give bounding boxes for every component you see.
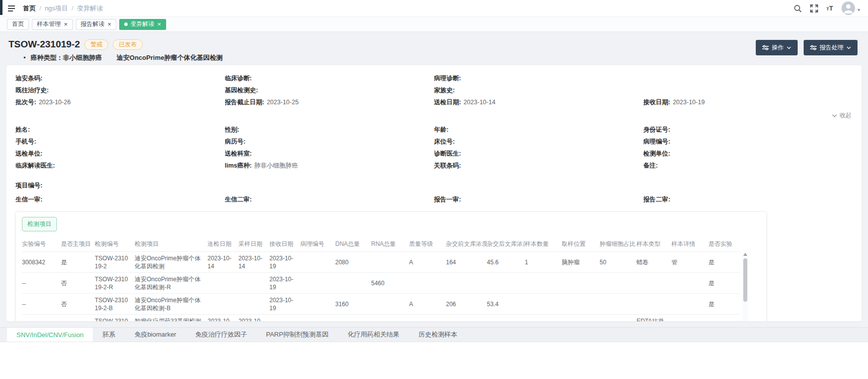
cancer-type-line: 癌种类型：非小细胞肺癌 迪安OncoPrime肿瘤个体化基因检测 — [23, 53, 860, 62]
table-cell: A — [409, 298, 446, 310]
fullscreen-icon[interactable] — [810, 4, 818, 12]
test-items-card: 检测项目 实验编号是否主项目检测编号检测项目送检日期采样日期接收日期病理编号DN… — [15, 211, 767, 321]
info-field: 备注: — [644, 160, 853, 172]
sidebar-edge — [0, 0, 2, 15]
close-icon[interactable]: × — [108, 21, 112, 27]
result-tab-2[interactable]: 免疫biomarker — [125, 328, 186, 342]
tab-chip-1[interactable]: 样本管理× — [32, 19, 73, 30]
table-cell: 2080 — [335, 256, 371, 268]
table-cell: 2 — [525, 319, 562, 322]
table-cell: EDTA抗凝全血 — [637, 315, 671, 322]
table-cell — [300, 260, 335, 264]
field-label: 性别: — [225, 126, 239, 133]
table-row[interactable]: --否TSOW-231019-2-R迪安OncoPrime肿瘤个体化基因检测-R… — [22, 272, 740, 293]
table-row[interactable]: 3008342是TSOW-231019-2迪安OncoPrime肿瘤个体化基因检… — [22, 251, 740, 272]
field-label: 送检科室: — [225, 150, 252, 157]
field-value: 2023-10-25 — [267, 99, 299, 106]
table-cell — [671, 281, 708, 285]
table-row[interactable]: 3008130否TSOW-231019-2-W肿瘤化疗用药33基因检测(不单做)… — [22, 314, 740, 321]
table-cell: 50 — [600, 256, 637, 268]
info-field-empty — [225, 180, 434, 191]
breadcrumb-separator: / — [39, 4, 41, 12]
column-header: 实验编号 — [22, 240, 61, 248]
collapse-toggle[interactable]: 收起 — [832, 111, 852, 120]
table-row[interactable]: --否TSOW-231019-2-B迪安OncoPrime肿瘤个体化基因检测-B… — [22, 293, 740, 314]
vertical-scrollbar[interactable] — [742, 251, 748, 321]
field-label: 病理编号: — [644, 138, 670, 145]
info-field: 送检单位: — [15, 148, 225, 160]
table-cell: 2023-10-19 — [269, 294, 300, 314]
field-label: 家族史: — [434, 87, 455, 94]
table-cell: 3160 — [335, 298, 371, 310]
table-cell: 迪安OncoPrime肿瘤个体化基因检测-R — [135, 273, 208, 293]
breadcrumb-ngs[interactable]: ngs项目 — [45, 4, 68, 13]
table-cell: 是 — [61, 256, 95, 268]
info-field: 检测单位: — [644, 148, 853, 160]
info-field: 临床解读医生: — [15, 160, 225, 172]
project-name-text: 迪安OncoPrime肿瘤个体化基因检测 — [117, 54, 222, 61]
table-cell — [637, 281, 671, 285]
operate-button-label: 操作 — [772, 43, 784, 52]
vertical-scroll-thumb[interactable] — [743, 258, 747, 302]
table-cell: 164 — [446, 256, 487, 268]
field-label: 临床诊断: — [225, 75, 252, 82]
result-tab-5[interactable]: 化疗用药相关结果 — [338, 328, 409, 342]
tab-chip-3[interactable]: 变异解读× — [119, 19, 166, 30]
info-field: 性别: — [225, 124, 434, 136]
header-actions: 操作 报告处理 — [756, 40, 858, 55]
info-field: 送检科室: — [225, 148, 434, 160]
field-label: 报告一审: — [434, 196, 461, 203]
table-cell: 蜡卷 — [637, 256, 671, 268]
table-cell — [208, 302, 238, 306]
report-process-button[interactable]: 报告处理 — [804, 40, 858, 55]
table-cell: 45.6 — [487, 256, 525, 268]
scroll-up-arrow-icon[interactable] — [743, 253, 747, 256]
info-field: 报告二审: — [644, 193, 853, 205]
info-field: 年龄: — [434, 124, 644, 136]
user-menu[interactable]: ▾ — [842, 1, 860, 15]
status-badge-alert: 警戒 — [84, 39, 108, 50]
result-tab-1[interactable]: 胚系 — [93, 328, 125, 342]
column-header: 是否实验 — [708, 240, 739, 248]
table-cell: -- — [22, 277, 61, 289]
search-icon[interactable] — [794, 4, 802, 12]
result-panel — [0, 342, 868, 379]
table-cell — [487, 281, 525, 285]
info-field: 迪安条码: — [15, 72, 225, 84]
tab-chip-label: 变异解读 — [130, 20, 154, 28]
breadcrumb-home[interactable]: 首页 — [23, 4, 36, 13]
info-field: 基因检测史: — [225, 84, 434, 96]
info-field: 批次号:2023-10-26 — [15, 96, 225, 108]
result-tab-0[interactable]: SNV/InDel/CNV/Fusion — [7, 328, 93, 342]
tab-chip-0[interactable]: 首页 — [7, 19, 29, 30]
table-cell: 是 — [708, 277, 739, 289]
table-cell: -- — [22, 298, 61, 310]
info-section-review: 生信一审:生信二审:报告一审:报告二审: — [15, 193, 853, 205]
tab-chip-label: 报告解读 — [81, 20, 105, 28]
info-section-patient: 姓名:性别:年龄:身份证号:手机号:病历号:床位号:病理编号:送检单位:送检科室… — [15, 124, 853, 172]
result-tab-4[interactable]: PARP抑制剂预测基因 — [256, 328, 338, 342]
hamburger-icon[interactable] — [6, 3, 17, 14]
test-items-button[interactable]: 检测项目 — [22, 217, 57, 231]
user-avatar[interactable] — [842, 1, 855, 15]
table-cell — [335, 281, 371, 285]
table-cell: 53.4 — [487, 298, 525, 310]
test-items-table: 实验编号是否主项目检测编号检测项目送检日期采样日期接收日期病理编号DNA总量RN… — [22, 236, 748, 321]
table-cell: TSOW-231019-2-R — [95, 273, 135, 293]
result-tab-6[interactable]: 历史检测样本 — [409, 328, 467, 342]
field-value: 2023-10-26 — [39, 99, 71, 106]
table-cell: 脑肿瘤 — [562, 256, 600, 268]
operate-button[interactable]: 操作 — [756, 40, 798, 55]
table-cell — [446, 281, 487, 285]
tab-chip-2[interactable]: 报告解读× — [76, 19, 117, 30]
active-dot-icon — [124, 22, 128, 26]
close-icon[interactable]: × — [64, 21, 68, 27]
font-size-icon[interactable]: TT — [827, 4, 833, 12]
result-tab-3[interactable]: 免疫治疗疗效因子 — [186, 328, 256, 342]
table-cell — [238, 302, 269, 306]
info-section-basic: 迪安条码:临床诊断:病理诊断:既往治疗史:基因检测史:家族史:批次号:2023-… — [15, 72, 853, 108]
table-cell: 206 — [446, 298, 487, 310]
info-field: 项目编号: — [15, 180, 225, 191]
close-icon[interactable]: × — [157, 21, 161, 27]
field-label: 临床解读医生: — [15, 162, 55, 169]
